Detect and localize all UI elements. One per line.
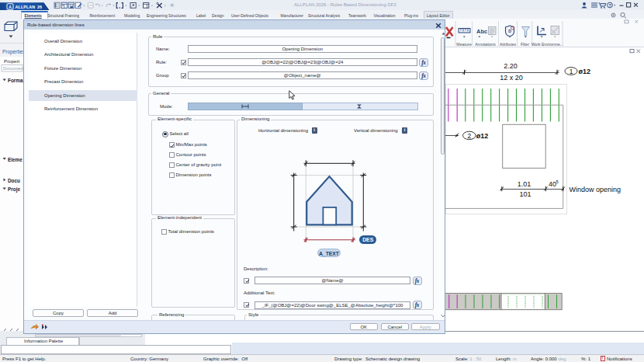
svg-text:Documen: Documen [3,65,23,71]
svg-text:Abc: Abc [476,28,487,35]
svg-text:101: 101 [519,190,531,198]
svg-text:1: 1 [570,68,573,75]
svg-text:Eleme: Eleme [8,157,23,162]
svg-text:ALLPLAN: ALLPLAN [16,5,36,9]
svg-text:12 x 20: 12 x 20 [500,74,523,82]
svg-text:ø12: ø12 [579,68,591,75]
svg-text:A: A [9,5,12,9]
svg-text:Properties: Properties [2,49,23,55]
svg-text:ø12: ø12 [476,132,489,140]
svg-text:26: 26 [37,5,42,9]
svg-text:Propert: Propert [4,58,20,64]
svg-text:Window opening: Window opening [570,186,621,193]
svg-text:2.20: 2.20 [504,62,518,70]
svg-text:2: 2 [467,132,471,140]
svg-text:5: 5 [556,179,559,184]
svg-text:Proje: Proje [8,186,20,193]
svg-text:D: D [508,29,511,33]
svg-text:40: 40 [549,180,556,188]
svg-text:1.01: 1.01 [518,180,531,188]
svg-text:Docu: Docu [8,178,20,183]
svg-text:?: ? [608,3,611,8]
svg-text:Forma: Forma [8,78,23,83]
